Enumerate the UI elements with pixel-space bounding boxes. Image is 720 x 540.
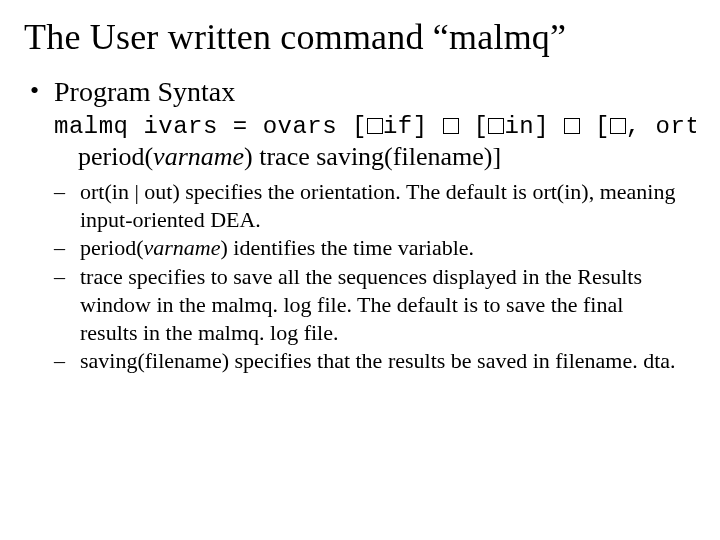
- sub-text-varname: varname: [144, 235, 221, 260]
- dash-icon: –: [54, 234, 80, 262]
- placeholder-square-icon: [610, 118, 626, 134]
- syntax-ort: , ort: [626, 113, 696, 140]
- syntax-line-1: malmq ivars = ovars [if] [in] [, ort: [54, 110, 696, 141]
- syntax-pre: malmq ivars = ovars [: [54, 113, 367, 140]
- sub-item-trace: – trace specifies to save all the sequen…: [54, 263, 696, 347]
- slide: The User written command “malmq” • Progr…: [0, 0, 720, 540]
- placeholder-square-icon: [443, 118, 459, 134]
- bullet-text: Program Syntax: [54, 76, 235, 108]
- dash-icon: –: [54, 178, 80, 234]
- syntax-line-2: period(varname) trace saving(filename)]: [78, 142, 696, 173]
- sub-item-period: – period(varname) identifies the time va…: [54, 234, 696, 262]
- sub-text-part: ) identifies the time variable.: [221, 235, 475, 260]
- dash-icon: –: [54, 347, 80, 375]
- placeholder-square-icon: [488, 118, 504, 134]
- sub-text: trace specifies to save all the sequence…: [80, 263, 680, 347]
- syntax-in: in]: [504, 113, 564, 140]
- sub-item-ort: – ort(in | out) specifies the orientatio…: [54, 178, 696, 234]
- syntax-rest: ) trace saving(filename)]: [244, 142, 501, 171]
- sub-text: ort(in | out) specifies the orientation.…: [80, 178, 680, 234]
- placeholder-square-icon: [367, 118, 383, 134]
- slide-title: The User written command “malmq”: [24, 16, 696, 58]
- bullet-program-syntax: • Program Syntax: [30, 76, 696, 108]
- sub-text: period(varname) identifies the time vari…: [80, 234, 474, 262]
- dash-icon: –: [54, 263, 80, 347]
- bullet-dot-icon: •: [30, 76, 54, 108]
- syntax-if: if]: [383, 113, 443, 140]
- sub-bullet-list: – ort(in | out) specifies the orientatio…: [54, 178, 696, 375]
- sub-item-saving: – saving(filename) specifies that the re…: [54, 347, 696, 375]
- sub-text: saving(filename) specifies that the resu…: [80, 347, 676, 375]
- syntax-varname: varname: [153, 142, 244, 171]
- syntax-period: period(: [78, 142, 153, 171]
- sub-text-part: period(: [80, 235, 144, 260]
- placeholder-square-icon: [564, 118, 580, 134]
